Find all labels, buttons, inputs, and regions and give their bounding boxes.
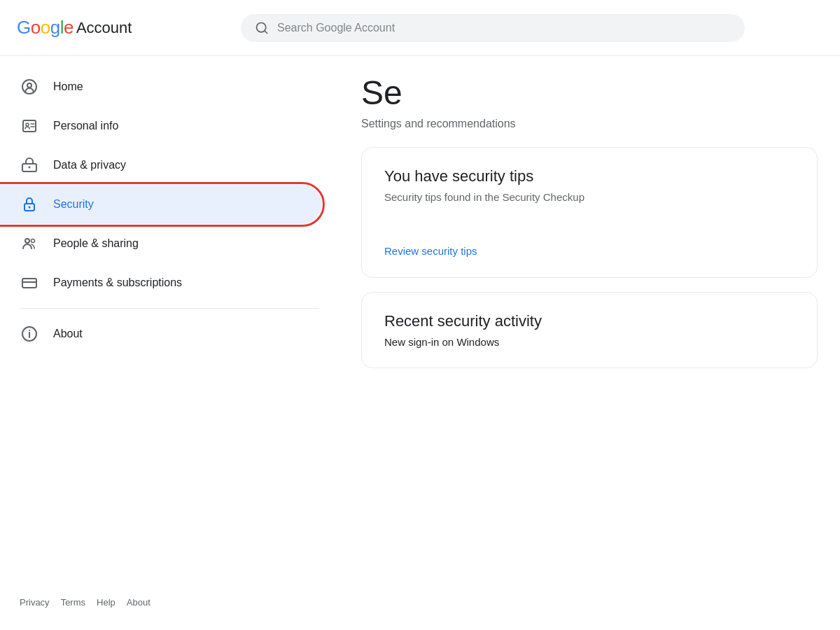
recent-activity-title: Recent security activity bbox=[384, 312, 794, 330]
security-tips-card: You have security tips Security tips fou… bbox=[361, 147, 818, 278]
svg-point-9 bbox=[29, 206, 31, 209]
content-area: Se Settings and recommendations You have… bbox=[339, 56, 840, 630]
sidebar-item-about[interactable]: About bbox=[0, 314, 322, 354]
nav-divider bbox=[20, 308, 319, 309]
svg-point-3 bbox=[26, 123, 29, 126]
svg-point-11 bbox=[31, 239, 35, 243]
sidebar-item-personal-info[interactable]: Personal info bbox=[0, 106, 322, 146]
page-subtitle: Settings and recommendations bbox=[361, 118, 818, 130]
security-tips-title: You have security tips bbox=[384, 167, 794, 186]
sidebar: Home Personal info bbox=[0, 56, 339, 630]
recent-activity-card: Recent security activity New sign-in on … bbox=[361, 292, 818, 368]
sidebar-item-data-privacy-label: Data & privacy bbox=[53, 159, 126, 172]
security-tips-subtitle: Security tips found in the Security Chec… bbox=[384, 191, 794, 203]
account-label: Account bbox=[76, 19, 132, 37]
sidebar-item-personal-info-label: Personal info bbox=[53, 120, 118, 132]
personal-info-icon bbox=[20, 116, 39, 136]
data-privacy-icon bbox=[20, 155, 39, 175]
review-security-tips-link[interactable]: Review security tips bbox=[384, 245, 477, 257]
sidebar-item-payments[interactable]: Payments & subscriptions bbox=[0, 263, 322, 302]
sidebar-item-security-label: Security bbox=[53, 198, 94, 211]
svg-point-1 bbox=[27, 83, 31, 88]
about-icon bbox=[20, 324, 39, 344]
svg-rect-2 bbox=[23, 120, 36, 132]
footer-help-link[interactable]: Help bbox=[97, 597, 115, 608]
svg-point-10 bbox=[25, 239, 29, 243]
header: Google Account Search Google Account bbox=[0, 0, 840, 56]
home-icon bbox=[20, 77, 39, 97]
sidebar-item-data-privacy[interactable]: Data & privacy bbox=[0, 146, 322, 185]
page-title-area: Se Settings and recommendations bbox=[361, 73, 818, 130]
sidebar-item-payments-label: Payments & subscriptions bbox=[53, 276, 182, 289]
security-icon bbox=[20, 195, 39, 214]
svg-point-7 bbox=[29, 167, 31, 169]
google-logo: Google bbox=[17, 17, 74, 38]
main-layout: Home Personal info bbox=[0, 56, 840, 630]
footer-terms-link[interactable]: Terms bbox=[61, 597, 85, 608]
sidebar-footer: Privacy Terms Help About bbox=[0, 586, 339, 619]
sidebar-item-security[interactable]: Security bbox=[0, 185, 322, 224]
footer-privacy-link[interactable]: Privacy bbox=[20, 597, 50, 608]
page-title: Se bbox=[361, 73, 818, 113]
sidebar-item-home-label: Home bbox=[53, 80, 83, 93]
sidebar-item-people-sharing-label: People & sharing bbox=[53, 237, 139, 250]
svg-rect-12 bbox=[22, 279, 36, 288]
logo-area: Google Account bbox=[17, 17, 241, 38]
recent-activity-body: New sign-in on Windows bbox=[384, 336, 794, 348]
svg-point-16 bbox=[29, 330, 30, 331]
payments-icon bbox=[20, 273, 39, 293]
search-bar[interactable]: Search Google Account bbox=[241, 14, 745, 42]
search-icon bbox=[255, 21, 269, 35]
sidebar-item-home[interactable]: Home bbox=[0, 67, 322, 106]
footer-about-link[interactable]: About bbox=[127, 597, 150, 608]
sidebar-item-about-label: About bbox=[53, 328, 83, 340]
people-sharing-icon bbox=[20, 234, 39, 253]
sidebar-item-people-sharing[interactable]: People & sharing bbox=[0, 224, 322, 263]
search-placeholder-text: Search Google Account bbox=[277, 22, 395, 34]
